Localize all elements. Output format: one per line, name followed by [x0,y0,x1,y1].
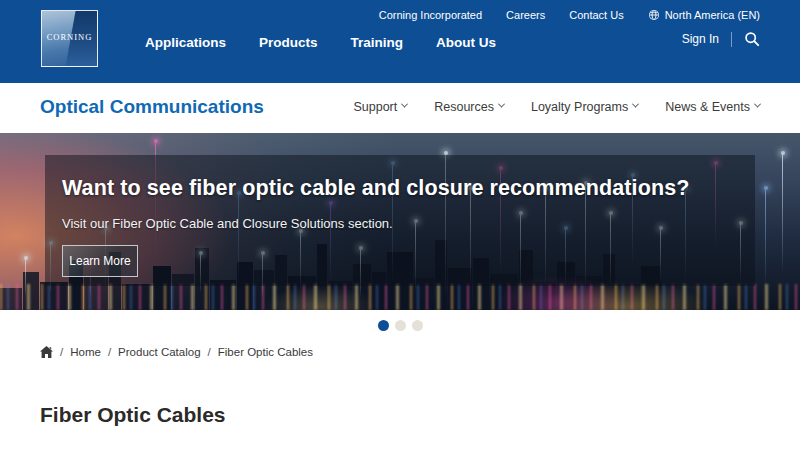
hero-headline: Want to see fiber optic cable and closur… [62,176,755,201]
sub-nav: Support Resources Loyalty Programs News … [353,100,760,114]
subnav-loyalty-programs[interactable]: Loyalty Programs [531,100,638,114]
light-streak [25,258,26,298]
subnav-news-events[interactable]: News & Events [665,100,760,114]
home-icon[interactable] [40,346,53,358]
breadcrumb-separator: / [208,346,211,358]
subnav-support[interactable]: Support [353,100,407,114]
nav-training[interactable]: Training [351,35,404,50]
breadcrumb-current: Fiber Optic Cables [218,346,313,358]
nav-applications[interactable]: Applications [145,35,226,50]
utility-link-corning-incorporated[interactable]: Corning Incorporated [379,9,482,21]
breadcrumb-separator: / [108,346,111,358]
subnav-resources[interactable]: Resources [434,100,504,114]
hero-banner: Want to see fiber optic cable and closur… [0,133,800,310]
subnav-support-label: Support [353,100,397,114]
chevron-down-icon [754,101,761,108]
utility-link-contact-us[interactable]: Contact Us [569,9,623,21]
sign-in-link[interactable]: Sign In [682,32,719,46]
breadcrumb: / Home / Product Catalog / Fiber Optic C… [40,346,313,358]
breadcrumb-product-catalog[interactable]: Product Catalog [118,346,200,358]
learn-more-button[interactable]: Learn More [62,245,138,277]
chevron-down-icon [498,101,505,108]
utility-nav: Corning Incorporated Careers Contact Us … [379,9,760,21]
corning-logo[interactable]: CORNING [41,10,98,67]
chevron-down-icon [401,101,408,108]
light-streak [765,188,766,288]
nav-products[interactable]: Products [259,35,318,50]
globe-icon [648,9,660,21]
search-button[interactable] [744,31,760,47]
carousel-dot-2[interactable] [395,320,406,331]
hero-subtext: Visit our Fiber Optic Cable and Closure … [62,216,755,231]
corning-logo-text: CORNING [42,32,97,42]
subnav-news-events-label: News & Events [665,100,750,114]
subnav-loyalty-programs-label: Loyalty Programs [531,100,628,114]
main-nav: Applications Products Training About Us [145,35,496,50]
divider [731,32,732,47]
top-header: CORNING Corning Incorporated Careers Con… [0,0,800,83]
nav-about-us[interactable]: About Us [436,35,496,50]
division-title[interactable]: Optical Communications [40,96,264,118]
utility-link-careers[interactable]: Careers [506,9,545,21]
chevron-down-icon [632,101,639,108]
carousel-dot-1[interactable] [378,320,389,331]
breadcrumb-home[interactable]: Home [70,346,101,358]
account-area: Sign In [682,31,760,47]
search-icon [744,31,760,47]
subnav-resources-label: Resources [434,100,494,114]
locale-label: North America (EN) [665,9,760,21]
page: CORNING Corning Incorporated Careers Con… [0,0,800,450]
light-streak [782,153,783,273]
locale-selector[interactable]: North America (EN) [648,9,760,21]
carousel-dot-3[interactable] [412,320,423,331]
sub-header: Optical Communications Support Resources… [0,83,800,133]
hero-overlay-panel: Want to see fiber optic cable and closur… [45,155,755,286]
carousel-dots [0,320,800,331]
page-title: Fiber Optic Cables [40,403,226,427]
breadcrumb-separator: / [60,346,63,358]
